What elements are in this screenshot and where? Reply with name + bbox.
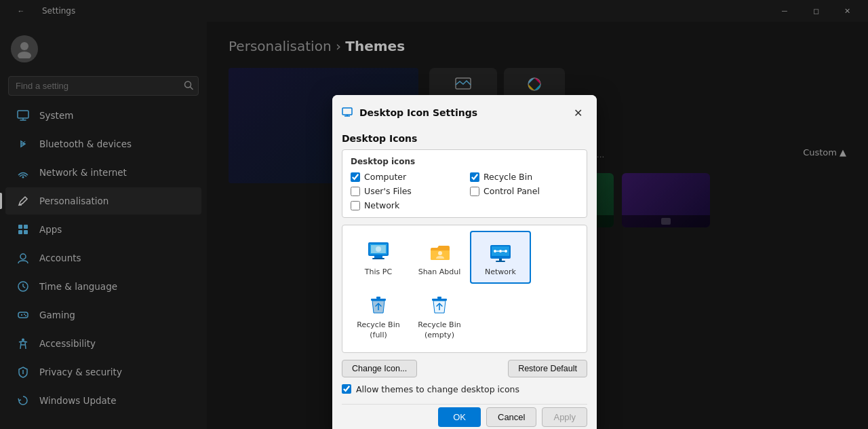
icon-recycle-full[interactable]: Recycle Bin(full) [348, 284, 409, 347]
allow-themes-label: Allow themes to change desktop icons [356, 384, 519, 394]
cancel-button[interactable]: Cancel [486, 407, 536, 427]
checkbox-user-files: User's Files [351, 186, 459, 196]
svg-point-40 [494, 250, 496, 253]
recycle-empty-visual [426, 291, 453, 318]
dialog-titlebar: Desktop Icon Settings ✕ [332, 95, 597, 128]
shan-abdul-visual [426, 238, 453, 265]
this-pc-label: This PC [365, 267, 392, 277]
recycle-full-label: Recycle Bin(full) [357, 320, 399, 340]
checkbox-computer: Computer [351, 172, 459, 182]
shan-abdul-label: Shan Abdul [418, 267, 461, 277]
svg-rect-47 [376, 297, 380, 299]
svg-rect-44 [499, 259, 502, 261]
settings-window: ← Settings ─ ◻ ✕ [0, 0, 868, 429]
network-visual [487, 238, 514, 265]
checkbox-control-panel: Control Panel [470, 186, 578, 196]
recycle-bin-checkbox[interactable] [470, 172, 479, 182]
svg-rect-32 [374, 256, 382, 258]
desktop-icons-section: Desktop icons Computer Recycle Bin User'… [342, 149, 587, 218]
svg-point-35 [376, 246, 381, 252]
computer-checkbox[interactable] [351, 172, 360, 182]
checkbox-recycle-bin: Recycle Bin [470, 172, 578, 182]
dialog-body: Desktop Icons Desktop icons Computer Rec… [332, 128, 597, 429]
user-files-checkbox[interactable] [351, 187, 360, 196]
dialog-title-icon [342, 107, 354, 119]
user-files-label: User's Files [364, 186, 412, 196]
network-label: Network [485, 267, 516, 277]
apply-button[interactable]: Apply [542, 407, 587, 427]
icons-group-title: Desktop icons [351, 157, 578, 166]
computer-label: Computer [364, 172, 406, 182]
dialog-close-button[interactable]: ✕ [568, 103, 587, 122]
svg-rect-45 [496, 261, 505, 262]
icon-shan-abdul[interactable]: Shan Abdul [409, 231, 470, 284]
dialog-actions-row: Change Icon... Restore Default [342, 360, 587, 377]
svg-rect-33 [372, 258, 384, 259]
recycle-full-visual [365, 291, 392, 318]
checkbox-network: Network [351, 200, 459, 210]
icon-recycle-empty[interactable]: Recycle Bin(empty) [409, 284, 470, 347]
ok-button[interactable]: OK [438, 407, 481, 427]
svg-rect-27 [342, 108, 352, 115]
icon-this-pc[interactable]: This PC [348, 231, 409, 284]
dialog-footer: OK Cancel Apply [342, 404, 587, 427]
svg-point-41 [505, 250, 507, 253]
recycle-empty-label: Recycle Bin(empty) [418, 320, 460, 340]
desktop-icon-settings-dialog: Desktop Icon Settings ✕ Desktop Icons De… [332, 95, 597, 429]
svg-rect-48 [432, 299, 447, 301]
restore-default-button[interactable]: Restore Default [508, 360, 587, 377]
control-panel-label: Control Panel [484, 186, 540, 196]
allow-themes-checkbox[interactable] [342, 384, 351, 394]
svg-rect-46 [371, 299, 386, 301]
icon-network[interactable]: Network [470, 231, 531, 284]
dialog-title-left: Desktop Icon Settings [342, 107, 477, 119]
checkbox-grid: Computer Recycle Bin User's Files Contro… [351, 172, 578, 210]
dialog-section-title: Desktop Icons [342, 133, 587, 144]
control-panel-checkbox[interactable] [470, 187, 479, 196]
svg-point-39 [499, 250, 502, 253]
svg-rect-49 [437, 297, 441, 299]
dialog-title: Desktop Icon Settings [359, 107, 477, 118]
icon-preview-area: This PC Shan Abdul [342, 225, 587, 353]
allow-themes-row: Allow themes to change desktop icons [342, 384, 587, 394]
network-label: Network [364, 200, 399, 210]
this-pc-visual [365, 238, 392, 265]
change-icon-button[interactable]: Change Icon... [342, 360, 417, 377]
recycle-bin-label: Recycle Bin [484, 172, 532, 182]
svg-point-36 [438, 251, 442, 255]
network-checkbox[interactable] [351, 201, 360, 210]
